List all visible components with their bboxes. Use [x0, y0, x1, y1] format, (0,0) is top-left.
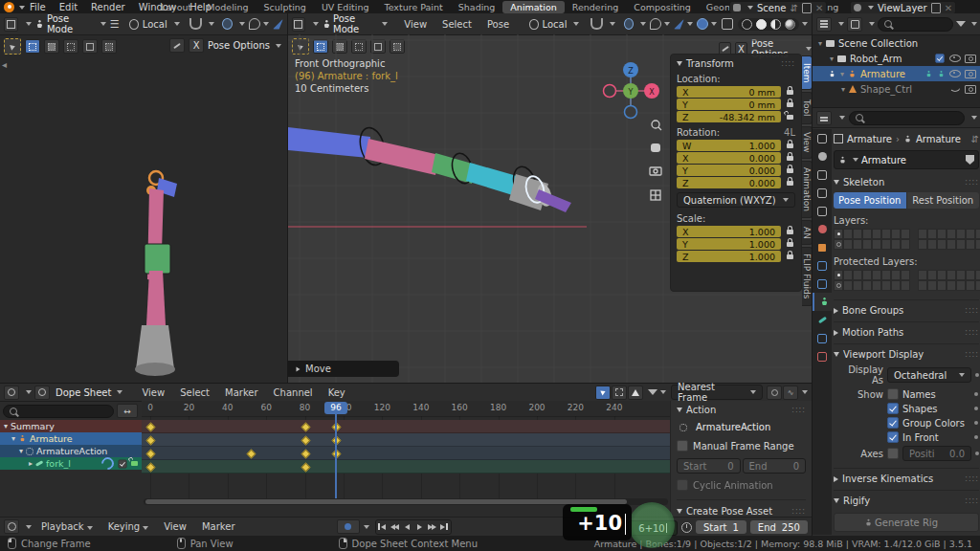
- shapes-checkbox[interactable]: [887, 403, 899, 414]
- timeline-editor-icon[interactable]: [4, 519, 19, 534]
- close-icon[interactable]: ✕: [815, 3, 823, 13]
- next-keyframe-button[interactable]: [426, 520, 438, 534]
- layer-cell[interactable]: [881, 229, 891, 239]
- key-row-fork-l[interactable]: [142, 460, 670, 474]
- group-colors-checkbox[interactable]: [887, 417, 899, 429]
- display-as-dropdown[interactable]: Octahedral: [887, 367, 971, 383]
- dope-menu-marker[interactable]: Marker: [218, 387, 265, 398]
- layer-cell[interactable]: [834, 239, 843, 250]
- layer-cell[interactable]: [862, 280, 872, 291]
- inverse-kinematics-panel-header[interactable]: Inverse Kinematics::::: [834, 468, 979, 484]
- dope-sheet-mode-icon[interactable]: [34, 386, 50, 400]
- bone-groups-panel-header[interactable]: Bone Groups::::: [834, 299, 979, 316]
- layer-cell[interactable]: [901, 229, 910, 239]
- lock-toggle[interactable]: [784, 230, 795, 234]
- editor-type-icon[interactable]: [4, 17, 18, 32]
- dope-sheet-mode[interactable]: Dope Sheet: [56, 387, 111, 398]
- cyclic-animation-checkbox[interactable]: [677, 479, 688, 491]
- layer-cell[interactable]: [901, 270, 910, 280]
- hide-eye-closed-icon[interactable]: [949, 86, 961, 92]
- layer-cell[interactable]: [881, 280, 891, 291]
- layer-cell[interactable]: [872, 280, 881, 291]
- transform-panel-header[interactable]: Transform ::::: [677, 58, 795, 69]
- gizmo-icon[interactable]: [273, 19, 283, 30]
- view-layer-name[interactable]: ViewLayer: [878, 3, 927, 13]
- properties-tab-scene[interactable]: [813, 202, 832, 220]
- proportional-edit-icon[interactable]: [222, 18, 233, 30]
- arm-segment-pink-lower[interactable]: [146, 271, 166, 325]
- lock-toggle[interactable]: [784, 168, 795, 173]
- keyframe[interactable]: [146, 436, 156, 446]
- key-row-armature[interactable]: [142, 433, 670, 447]
- channel-lock-icon[interactable]: [131, 461, 138, 466]
- keyframe[interactable]: [301, 463, 310, 473]
- transform-field-x[interactable]: X1.000: [677, 226, 781, 237]
- shading-material-icon[interactable]: [770, 19, 781, 30]
- rotation-mode-dropdown[interactable]: Quaternion (WXYZ): [677, 192, 795, 208]
- pin-icon[interactable]: ⇵: [791, 3, 798, 13]
- layer-cell[interactable]: [966, 239, 975, 250]
- layer-cell[interactable]: [927, 229, 937, 239]
- channel-summary[interactable]: ▾Summary: [0, 420, 142, 432]
- layer-cell[interactable]: [975, 280, 980, 291]
- layer-cell[interactable]: [901, 280, 910, 291]
- timeline[interactable]: PlaybackKeyingViewMarker 6+10 Start1 End…: [0, 517, 812, 536]
- expand-arrow[interactable]: ▾: [818, 39, 822, 48]
- properties-tab-modifiers[interactable]: [813, 256, 832, 275]
- keyframe[interactable]: [146, 463, 156, 473]
- motion-paths-panel-header[interactable]: Motion Paths::::: [834, 321, 979, 338]
- layer-cell[interactable]: [966, 280, 975, 291]
- dope-menu-select[interactable]: Select: [173, 387, 216, 398]
- outliner-item-label[interactable]: Scene Collection: [838, 38, 918, 49]
- snap-magnet-icon[interactable]: [590, 18, 602, 30]
- outliner-display-mode-icon[interactable]: [816, 17, 832, 32]
- action-start-field[interactable]: Start0: [677, 458, 741, 474]
- outliner-item-label[interactable]: Shape_Ctrl: [860, 84, 912, 95]
- layer-cell[interactable]: [975, 229, 980, 239]
- channel-fork-l[interactable]: ▸fork_l: [0, 457, 142, 470]
- viewport-display-panel-header[interactable]: Viewport Display::::: [834, 343, 979, 360]
- end-frame-field[interactable]: End250: [750, 520, 808, 534]
- animate-dot[interactable]: [974, 392, 978, 396]
- shading-solid-icon[interactable]: [756, 19, 767, 30]
- properties-tab-object-data[interactable]: [813, 293, 834, 311]
- outliner-row-scene-collection[interactable]: ▾Scene Collection: [813, 35, 980, 51]
- channel-label[interactable]: fork_l: [46, 458, 71, 469]
- channel-armatureaction[interactable]: ▾ArmatureAction: [0, 445, 142, 457]
- transform-field-y[interactable]: Y0 mm: [677, 99, 781, 110]
- transform-field-z[interactable]: Z1.000: [677, 251, 781, 262]
- skeleton-panel-header[interactable]: Skeleton::::: [834, 177, 979, 187]
- armature-name-value[interactable]: Armature: [861, 155, 906, 165]
- previous-keyframe-button[interactable]: [389, 520, 401, 534]
- lock-toggle[interactable]: [784, 102, 795, 107]
- layer-cell[interactable]: [918, 270, 927, 280]
- breadcrumb-data[interactable]: Armature: [916, 134, 961, 144]
- auto-key-toggle[interactable]: [337, 519, 360, 534]
- layer-cell[interactable]: [891, 270, 901, 280]
- layer-cell[interactable]: [918, 229, 927, 239]
- timeline-menu-keying[interactable]: Keying: [101, 521, 156, 532]
- fake-user-shield-icon[interactable]: [966, 155, 974, 165]
- axes-checkbox[interactable]: [887, 448, 899, 459]
- layer-cell[interactable]: [872, 229, 881, 239]
- lock-toggle[interactable]: [784, 90, 795, 95]
- expand-arrow[interactable]: ▾: [840, 70, 844, 78]
- layer-cell[interactable]: [956, 280, 966, 291]
- workspace-tab-compositing[interactable]: Compositing: [626, 1, 699, 13]
- layer-cell[interactable]: [843, 270, 853, 280]
- properties-tab-bone-constraint[interactable]: [813, 329, 832, 347]
- action-end-field[interactable]: End0: [743, 458, 807, 474]
- dope-menu-channel[interactable]: Channel: [267, 387, 320, 398]
- shading-wireframe-icon[interactable]: [742, 19, 752, 30]
- animate-dot[interactable]: [974, 421, 978, 425]
- copy-icon[interactable]: [931, 3, 941, 13]
- expand-arrow[interactable]: ▸: [29, 459, 33, 468]
- channel-enable-checkbox[interactable]: [119, 459, 127, 468]
- layer-cell[interactable]: [891, 239, 901, 250]
- viewport-left-scene[interactable]: [0, 34, 287, 383]
- properties-tab-tool[interactable]: [813, 129, 832, 147]
- layer-cell[interactable]: [843, 229, 853, 239]
- layer-cell[interactable]: [901, 239, 910, 250]
- overlays-icon[interactable]: [249, 18, 260, 30]
- properties-tab-world[interactable]: [813, 220, 832, 238]
